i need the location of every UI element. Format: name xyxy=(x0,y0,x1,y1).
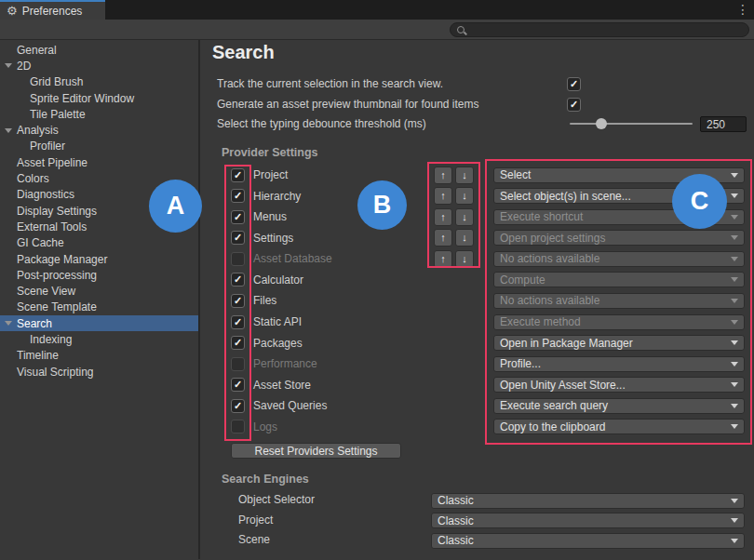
checkbox-hierarchy[interactable]: ✓ xyxy=(231,189,245,203)
sidebar-item-grid-brush[interactable]: Grid Brush xyxy=(0,74,198,90)
sidebar-item-scene-view[interactable]: Scene View xyxy=(0,283,198,299)
sidebar-item-gi-cache[interactable]: GI Cache xyxy=(0,235,198,251)
kebab-menu-icon[interactable]: ⋮ xyxy=(736,1,749,19)
checkbox-saved-queries[interactable]: ✓ xyxy=(231,399,245,413)
sidebar-item-search[interactable]: Search xyxy=(0,315,198,331)
sidebar-item-label: 2D xyxy=(17,60,31,73)
sidebar-item-analysis[interactable]: Analysis xyxy=(0,122,198,138)
checkbox-project[interactable]: ✓ xyxy=(231,168,245,182)
action-dropdown-performance[interactable]: Profile... xyxy=(493,356,745,372)
checkbox-packages[interactable]: ✓ xyxy=(231,336,245,350)
tab-preferences[interactable]: ⚙ Preferences xyxy=(0,0,105,20)
move-down-button[interactable]: ↓ xyxy=(455,250,474,268)
search-icon xyxy=(457,26,465,33)
checkbox-settings[interactable]: ✓ xyxy=(231,231,245,245)
checkbox-performance[interactable] xyxy=(231,357,245,371)
sidebar-item-indexing[interactable]: Indexing xyxy=(0,331,198,347)
page-title: Search xyxy=(212,42,275,63)
action-dropdown-asset-store[interactable]: Open Unity Asset Store... xyxy=(493,377,745,393)
action-dropdown-calculator[interactable]: Compute xyxy=(493,272,745,287)
provider-row: ✓Menus xyxy=(231,207,287,227)
sidebar-item-sprite-editor-window[interactable]: Sprite Editor Window xyxy=(0,90,198,106)
checkbox-files[interactable]: ✓ xyxy=(231,294,245,308)
action-dropdown-packages[interactable]: Open in Package Manager xyxy=(493,335,745,351)
sidebar-item-label: Scene View xyxy=(17,285,75,298)
provider-row: ✓Hierarchy xyxy=(231,186,301,207)
checkbox-asset-store[interactable]: ✓ xyxy=(231,378,245,392)
chevron-down-icon xyxy=(731,257,738,261)
action-dropdown-menus[interactable]: Execute shortcut xyxy=(493,209,745,225)
chevron-down-icon xyxy=(731,320,738,325)
provider-label: Project xyxy=(253,168,288,181)
provider-row: ✓Calculator xyxy=(231,270,303,290)
debounce-slider[interactable] xyxy=(570,123,693,125)
expand-triangle-icon[interactable] xyxy=(5,63,12,68)
checkbox-logs[interactable] xyxy=(231,420,245,433)
sidebar-item-scene-template[interactable]: Scene Template xyxy=(0,300,198,315)
preview-thumbnail-label: Generate an asset preview thumbnail for … xyxy=(217,98,478,111)
debounce-value-field[interactable]: 250 xyxy=(700,116,747,132)
move-up-button[interactable]: ↑ xyxy=(434,229,452,247)
sidebar-item-visual-scripting[interactable]: Visual Scripting xyxy=(0,364,198,380)
expand-triangle-icon[interactable] xyxy=(5,321,12,326)
checkbox-asset-database[interactable] xyxy=(231,252,245,266)
action-dropdown-asset-database[interactable]: No actions available xyxy=(493,251,745,267)
provider-row: ✓Asset Store xyxy=(231,375,311,395)
move-down-button[interactable]: ↓ xyxy=(455,229,474,247)
provider-label: Asset Database xyxy=(253,252,332,265)
sidebar-item-label: Scene Template xyxy=(17,300,97,313)
sidebar-item-general[interactable]: General xyxy=(0,42,198,58)
preview-thumbnail-checkbox[interactable]: ✓ xyxy=(567,98,581,112)
content: General2DGrid BrushSprite Editor WindowT… xyxy=(0,40,754,559)
move-down-button[interactable]: ↓ xyxy=(455,208,474,226)
engine-dropdown-scene[interactable]: Classic xyxy=(431,533,745,549)
track-selection-checkbox[interactable]: ✓ xyxy=(567,77,581,91)
move-down-button[interactable]: ↓ xyxy=(455,187,474,205)
chevron-down-icon xyxy=(731,277,738,282)
engine-dropdown-object-selector[interactable]: Classic xyxy=(431,493,745,509)
move-up-button[interactable]: ↑ xyxy=(434,250,452,268)
sidebar-item-label: Display Settings xyxy=(17,205,97,218)
engine-dropdown-project[interactable]: Classic xyxy=(431,513,745,528)
sidebar-item-timeline[interactable]: Timeline xyxy=(0,348,198,364)
chevron-down-icon xyxy=(731,499,738,503)
move-up-button[interactable]: ↑ xyxy=(434,187,452,205)
provider-label: Packages xyxy=(253,337,303,350)
sidebar-item-tile-palette[interactable]: Tile Palette xyxy=(0,106,198,122)
dropdown-value: Profile... xyxy=(500,357,541,370)
sidebar-item-package-manager[interactable]: Package Manager xyxy=(0,251,198,267)
sidebar-item-profiler[interactable]: Profiler xyxy=(0,139,198,154)
provider-label: Hierarchy xyxy=(253,190,301,203)
move-down-button[interactable]: ↓ xyxy=(455,167,474,184)
sidebar-item-label: Diagnostics xyxy=(17,188,74,201)
action-dropdown-files[interactable]: No actions available xyxy=(493,293,745,309)
search-field[interactable] xyxy=(450,22,749,37)
action-dropdown-project[interactable]: Select xyxy=(493,167,745,183)
action-dropdown-settings[interactable]: Open project settings xyxy=(493,230,745,246)
slider-handle[interactable] xyxy=(596,118,607,129)
action-dropdown-static-api[interactable]: Execute method xyxy=(493,314,745,330)
expand-triangle-icon[interactable] xyxy=(5,128,12,133)
action-dropdown-hierarchy[interactable]: Select object(s) in scene... xyxy=(493,188,745,204)
sidebar-item-external-tools[interactable]: External Tools xyxy=(0,219,198,234)
checkbox-static-api[interactable]: ✓ xyxy=(231,315,245,329)
sidebar-item-post-processing[interactable]: Post-processing xyxy=(0,267,198,283)
sidebar-item-2d[interactable]: 2D xyxy=(0,58,198,73)
sidebar-item-diagnostics[interactable]: Diagnostics xyxy=(0,187,198,203)
action-dropdown-saved-queries[interactable]: Execute search query xyxy=(493,398,745,414)
search-input[interactable] xyxy=(469,23,734,36)
action-dropdown-logs[interactable]: Copy to the clipboard xyxy=(493,419,745,434)
sidebar-item-label: Colors xyxy=(17,172,49,185)
preferences-window: ⚙ Preferences ⋮ General2DGrid BrushSprit… xyxy=(0,0,754,560)
sidebar-item-label: Search xyxy=(17,317,52,330)
provider-label: Static API xyxy=(253,315,302,328)
checkbox-calculator[interactable]: ✓ xyxy=(231,273,245,287)
dropdown-value: No actions available xyxy=(500,294,599,307)
move-up-button[interactable]: ↑ xyxy=(434,167,452,184)
checkbox-menus[interactable]: ✓ xyxy=(231,210,245,224)
sidebar-item-colors[interactable]: Colors xyxy=(0,170,198,186)
reset-providers-button[interactable]: Reset Providers Settings xyxy=(231,443,401,459)
sidebar-item-display-settings[interactable]: Display Settings xyxy=(0,203,198,219)
move-up-button[interactable]: ↑ xyxy=(434,208,452,226)
sidebar-item-asset-pipeline[interactable]: Asset Pipeline xyxy=(0,154,198,170)
